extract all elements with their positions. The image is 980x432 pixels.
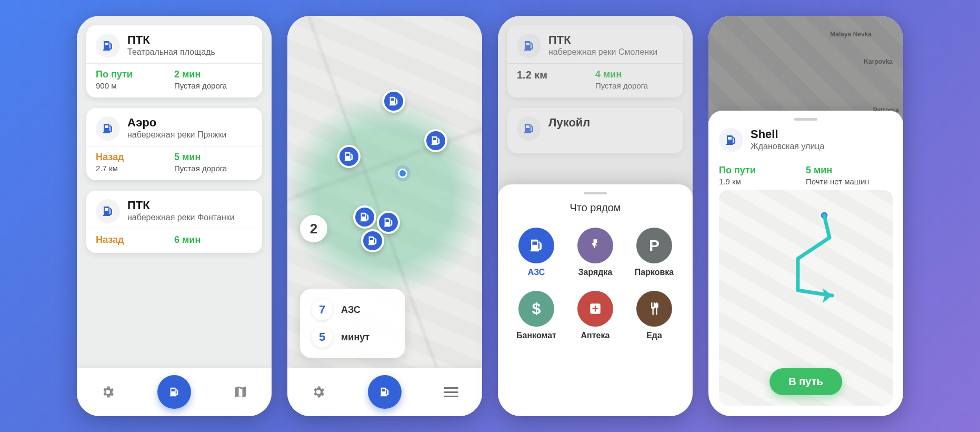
station-logo [517, 116, 541, 141]
settings-button[interactable] [306, 379, 331, 405]
station-card[interactable]: Лукойл [507, 108, 683, 153]
time-label: 5 мин [806, 165, 893, 176]
screen-map-pins: 2 7АЗС5минут [287, 16, 482, 416]
category-label: Аптека [581, 331, 610, 340]
road-state: Пустая дорога [174, 81, 253, 90]
map-button[interactable] [228, 379, 253, 405]
station-name: Аэро [127, 116, 226, 129]
fuel-pump-icon [102, 40, 114, 52]
bottom-nav [287, 368, 482, 416]
road-state: Пустая дорога [174, 164, 253, 173]
med-icon [577, 291, 613, 327]
station-address: набережная реки Пряжки [127, 130, 226, 140]
category-food[interactable]: Еда [626, 287, 682, 345]
station-card[interactable]: ПТКнабережная реки ФонтанкиНазад6 мин [86, 191, 262, 253]
stat-number: 5 [312, 327, 333, 348]
charge-icon [577, 228, 613, 263]
station-pin[interactable] [337, 145, 361, 168]
fuel-pump-icon [343, 151, 355, 162]
fuel-pump-icon [430, 135, 442, 146]
screen-route-detail: Malaya Nevka Karpovka Petrogra Shell Жда… [708, 16, 903, 416]
station-logo [96, 199, 120, 223]
hamburger-icon [444, 387, 458, 397]
category-pump[interactable]: АЗС [508, 223, 564, 281]
stat-number: 7 [312, 299, 333, 320]
map-label: Malaya Nevka [830, 31, 872, 38]
fuel-pump-icon [523, 122, 535, 135]
menu-button[interactable] [438, 379, 464, 405]
route-polyline [719, 190, 893, 327]
divider [86, 229, 262, 229]
distance-value: 1.2 км [517, 69, 595, 81]
station-logo [96, 116, 120, 141]
station-address: Театральная площадь [127, 47, 215, 57]
stat-row: 7АЗС [312, 296, 394, 323]
fuel-button[interactable] [368, 375, 402, 409]
map-preview[interactable]: Malaya Nevka Karpovka Petrogra [708, 16, 903, 121]
sheet-handle[interactable] [794, 118, 817, 121]
station-card[interactable]: ПТКнабережная реки Смоленки1.2 км4 минПу… [507, 25, 683, 97]
route-map[interactable]: В путь [719, 190, 893, 406]
gear-icon [101, 385, 115, 399]
screen-nearby-sheet: ПТКнабережная реки Смоленки1.2 км4 минПу… [498, 16, 693, 416]
time-label: 2 мин [174, 69, 253, 80]
station-pin[interactable] [377, 211, 400, 234]
road-state: Почти нет машин [806, 177, 893, 186]
station-card[interactable]: Аэронабережная реки ПряжкиНазад2.7 км5 м… [86, 108, 262, 180]
fuel-pump-icon [102, 205, 114, 218]
fuel-pump-icon [168, 386, 180, 398]
station-name: ПТК [127, 199, 235, 212]
fuel-pump-icon [379, 386, 391, 398]
distance-value: 900 м [96, 81, 174, 90]
fuel-pump-icon [388, 95, 399, 107]
cluster-count-chip[interactable]: 2 [300, 215, 327, 242]
divider [86, 63, 262, 64]
category-charge[interactable]: Зарядка [567, 223, 623, 281]
distance-value: 2.7 км [96, 164, 174, 173]
dollar-icon: $ [518, 291, 554, 327]
station-pin[interactable] [424, 129, 447, 152]
bottom-nav [77, 368, 272, 416]
category-parking[interactable]: PПарковка [626, 223, 682, 281]
category-med[interactable]: Аптека [567, 287, 623, 345]
category-dollar[interactable]: $Банкомат [508, 287, 564, 345]
category-label: Парковка [635, 268, 674, 277]
divider [507, 63, 683, 64]
category-label: Еда [646, 331, 662, 340]
fuel-pump-icon [367, 235, 378, 247]
gear-icon [311, 385, 326, 399]
go-button[interactable]: В путь [769, 368, 842, 395]
station-logo [96, 34, 120, 58]
direction-label: По пути [96, 69, 174, 80]
station-pin[interactable] [353, 205, 376, 229]
station-pin[interactable] [361, 229, 384, 252]
category-label: Банкомат [516, 331, 556, 340]
station-card[interactable]: ПТКТеатральная площадьПо пути900 м2 минП… [86, 25, 262, 97]
fuel-button[interactable] [157, 375, 191, 409]
station-logo [517, 34, 541, 58]
category-label: Зарядка [578, 268, 613, 277]
stat-label: минут [341, 332, 369, 343]
food-icon [636, 291, 672, 327]
fuel-pump-icon [725, 134, 737, 146]
settings-button[interactable] [95, 379, 121, 405]
sheet-title: Что рядом [508, 202, 682, 214]
pump-icon [518, 228, 554, 263]
nearby-sheet[interactable]: Что рядом АЗСЗарядкаPПарковка$БанкоматАп… [498, 184, 693, 416]
time-label: 5 мин [174, 152, 253, 163]
stats-panel: 7АЗС5минут [300, 289, 405, 358]
fuel-pump-icon [359, 211, 371, 223]
station-address: набережная реки Фонтанки [127, 213, 235, 222]
road-state: Пустая дорога [595, 81, 674, 90]
category-label: АЗС [528, 268, 545, 277]
divider [86, 146, 262, 146]
station-address: Ждановская улица [751, 142, 824, 151]
direction-label: Назад [96, 234, 174, 246]
screen-stations-list: ПТКТеатральная площадьПо пути900 м2 минП… [77, 16, 272, 416]
station-name: Лукойл [548, 116, 590, 129]
direction-label: По пути [719, 165, 806, 176]
parking-icon: P [636, 228, 672, 263]
station-pin[interactable] [382, 90, 405, 113]
sheet-handle[interactable] [584, 192, 607, 194]
fuel-pump-icon [383, 217, 394, 228]
